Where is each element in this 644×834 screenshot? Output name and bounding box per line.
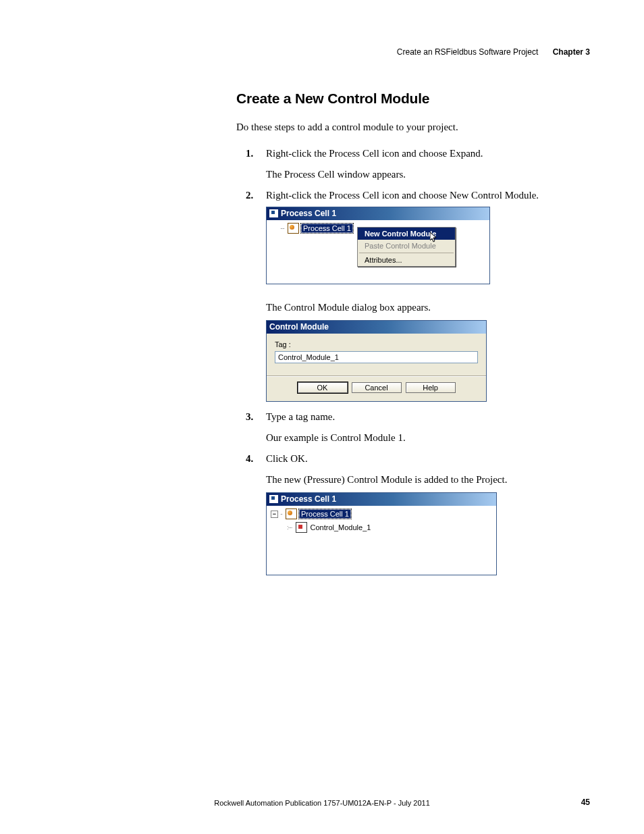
menu-separator — [359, 253, 454, 253]
cancel-button[interactable]: Cancel — [352, 382, 402, 393]
step-note: Our example is Control Module 1. — [266, 432, 590, 444]
ok-button[interactable]: OK — [298, 382, 348, 393]
step-1: 1. Right-click the Process Cell icon and… — [236, 148, 590, 180]
process-cell-icon — [288, 223, 299, 234]
window-title: Process Cell 1 — [281, 209, 336, 218]
step-text: Click OK. — [266, 453, 308, 464]
tag-label: Tag : — [275, 340, 478, 348]
window-titlebar[interactable]: Process Cell 1 — [267, 493, 496, 506]
dialog-divider — [267, 375, 486, 377]
step-number: 3. — [246, 411, 253, 423]
step-text: Right-click the Process Cell icon and ch… — [266, 148, 483, 159]
screenshot-context-menu: Process Cell 1 ···· Process Cell 1 — [266, 207, 590, 284]
step-note: The Control Module dialog box appears. — [266, 302, 590, 313]
step-number: 4. — [246, 453, 253, 465]
tree-node-process-cell[interactable]: ···· Process Cell 1 — [280, 223, 353, 234]
window-titlebar[interactable]: Process Cell 1 — [267, 207, 489, 220]
tree-node-process-cell[interactable]: ·· Process Cell 1 — [271, 509, 493, 519]
help-button[interactable]: Help — [406, 382, 456, 393]
tree-connector-icon: ···· — [280, 225, 284, 232]
step-3: 3. Type a tag name. Our example is Contr… — [236, 411, 590, 444]
step-text: Right-click the Process Cell icon and ch… — [266, 190, 539, 201]
control-module-icon — [296, 522, 307, 533]
step-4: 4. Click OK. The new (Pressure) Control … — [236, 453, 590, 575]
step-text: Type a tag name. — [266, 411, 335, 422]
tree-collapse-icon[interactable] — [271, 511, 278, 518]
step-2: 2. Right-click the Process Cell icon and… — [236, 190, 590, 402]
tree-node-control-module[interactable]: :···· Control_Module_1 — [287, 522, 493, 533]
dialog-titlebar[interactable]: Control Module — [267, 321, 486, 334]
tree-node-label: Control_Module_1 — [309, 523, 373, 531]
footer-publication: Rockwell Automation Publication 1757-UM0… — [0, 799, 644, 807]
section-title: Create a New Control Module — [236, 90, 590, 107]
menu-new-control-module[interactable]: New Control Module — [358, 228, 455, 240]
tag-input[interactable] — [275, 351, 478, 363]
screenshot-tree-result: Process Cell 1 ·· Process Cell 1 :···· — [266, 492, 590, 575]
step-number: 2. — [246, 190, 253, 201]
tree-connector-icon: :···· — [287, 524, 292, 531]
breadcrumb: Create an RSFieldbus Software Project — [397, 47, 538, 57]
window-icon — [269, 209, 278, 217]
tree-node-label: Process Cell 1 — [301, 224, 353, 233]
tree-connector-icon: ·· — [280, 511, 282, 517]
intro-text: Do these steps to add a control module t… — [236, 122, 590, 133]
dialog-title: Control Module — [269, 322, 329, 332]
page-header: Create an RSFieldbus Software Project Ch… — [54, 47, 590, 57]
menu-paste-control-module: Paste Control Module — [358, 240, 455, 252]
context-menu: New Control Module Paste Control Module … — [357, 227, 456, 267]
step-number: 1. — [246, 148, 253, 159]
menu-attributes[interactable]: Attributes... — [358, 254, 455, 266]
process-cell-icon — [286, 509, 297, 519]
chapter-label: Chapter 3 — [553, 47, 590, 57]
window-icon — [269, 495, 278, 503]
step-note: The new (Pressure) Control Module is add… — [266, 474, 590, 486]
step-list: 1. Right-click the Process Cell icon and… — [236, 148, 590, 575]
window-title: Process Cell 1 — [281, 494, 336, 504]
page-number: 45 — [581, 798, 590, 807]
screenshot-control-module-dialog: Control Module Tag : OK Cancel Help — [266, 320, 590, 402]
step-note: The Process Cell window appears. — [266, 169, 590, 180]
tree-node-label: Process Cell 1 — [299, 509, 351, 519]
